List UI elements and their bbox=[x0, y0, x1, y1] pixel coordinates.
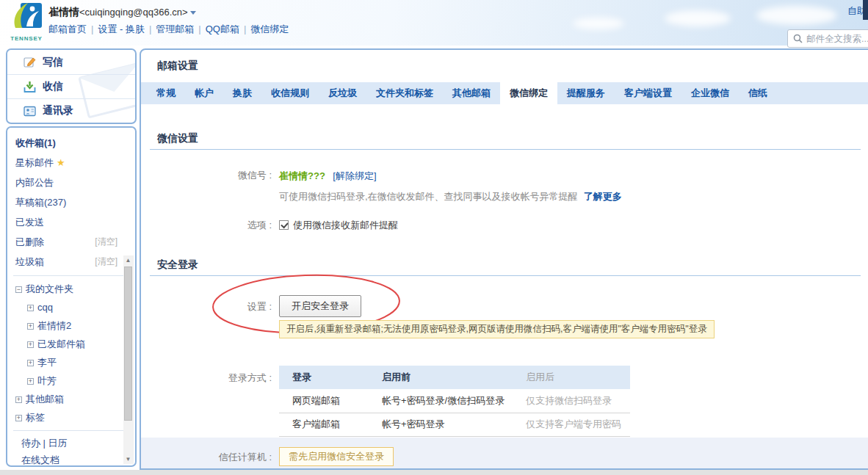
compose-mail-button[interactable]: 写信 bbox=[7, 50, 135, 74]
page-title: 邮箱设置 bbox=[157, 59, 198, 73]
app-online-docs[interactable]: 在线文档 bbox=[7, 452, 135, 467]
collapse-icon[interactable] bbox=[15, 286, 22, 293]
tree-tags[interactable]: 标签 bbox=[7, 408, 135, 427]
folder-starred[interactable]: 星标邮件★ bbox=[7, 153, 135, 173]
enable-secure-login-button[interactable]: 开启安全登录 bbox=[279, 295, 361, 317]
scroll-up-arrow[interactable]: ▲ bbox=[123, 255, 133, 265]
empty-junk-link[interactable]: [清空] bbox=[95, 252, 117, 272]
folder-inbox[interactable]: 收件箱(1) bbox=[7, 133, 135, 153]
trusted-computer-label: 信任计算机 : bbox=[141, 451, 272, 464]
divider bbox=[13, 275, 129, 276]
expand-icon[interactable] bbox=[27, 323, 34, 330]
receive-mail-button[interactable]: 收信 bbox=[7, 74, 135, 98]
tab-wechat-bind[interactable]: 微信绑定 bbox=[500, 82, 557, 104]
nav-link-qq-mail[interactable]: QQ邮箱 bbox=[206, 23, 239, 35]
tree-folder-liping[interactable]: 李平 bbox=[7, 353, 135, 371]
tab-account[interactable]: 帐户 bbox=[185, 82, 223, 104]
tree-other-mailboxes[interactable]: 其他邮箱 bbox=[7, 390, 135, 408]
login-methods-label: 登录方式 : bbox=[141, 371, 272, 385]
receive-label: 收信 bbox=[43, 80, 63, 93]
search-input[interactable] bbox=[806, 34, 868, 44]
compose-label: 写信 bbox=[43, 56, 63, 69]
tab-general[interactable]: 常规 bbox=[147, 82, 185, 104]
tab-folders-tags[interactable]: 文件夹和标签 bbox=[366, 82, 443, 104]
trusted-computer-notice: 需先启用微信安全登录 bbox=[279, 447, 394, 466]
sidebar-folders-panel: 收件箱(1) 星标邮件★ 内部公告 草稿箱(237) 已发送 已删除[清空] 垃… bbox=[6, 126, 137, 467]
user-name: 崔情情 bbox=[48, 6, 79, 18]
tab-skin[interactable]: 换肤 bbox=[223, 82, 261, 104]
cloud-decoration bbox=[665, 10, 731, 26]
user-account-menu[interactable]: 崔情情<cuiqingqing@qq366.cn> bbox=[48, 6, 196, 19]
nav-link-mail-home[interactable]: 邮箱首页 bbox=[48, 23, 87, 35]
folder-sent[interactable]: 已发送 bbox=[7, 212, 135, 232]
tab-other-mailboxes[interactable]: 其他邮箱 bbox=[443, 82, 500, 104]
tab-client-settings[interactable]: 客户端设置 bbox=[615, 82, 681, 104]
tab-mail-rules[interactable]: 收信规则 bbox=[261, 82, 319, 104]
sidebar-actions-panel: 写信 收信 通讯录 bbox=[6, 48, 137, 124]
expand-icon[interactable] bbox=[27, 378, 34, 385]
expand-icon[interactable] bbox=[15, 415, 22, 421]
tree-folder-sent-box[interactable]: 已发邮件箱 bbox=[7, 335, 135, 353]
wechat-notify-option-text: 使用微信接收新邮件提醒 bbox=[293, 220, 398, 231]
header-login: 登录 bbox=[279, 366, 369, 389]
section-divider bbox=[150, 149, 861, 150]
expand-icon[interactable] bbox=[15, 396, 22, 403]
expand-icon[interactable] bbox=[27, 341, 34, 348]
settings-tabbar: 常规 帐户 换肤 收信规则 反垃圾 文件夹和标签 其他邮箱 微信绑定 提醒服务 … bbox=[141, 82, 868, 104]
logo-icon bbox=[10, 2, 43, 32]
header-before-enable: 启用前 bbox=[369, 366, 513, 389]
table-row: 客户端邮箱 帐号+密码登录 仅支持客户端专用密码 bbox=[279, 413, 630, 436]
nav-link-settings-skin[interactable]: 设置 - 换肤 bbox=[98, 23, 145, 35]
mail-search-box[interactable] bbox=[787, 29, 868, 48]
contacts-button[interactable]: 通讯录 bbox=[7, 98, 135, 123]
header-after-enable: 启用后 bbox=[513, 366, 630, 389]
folder-internal-notice[interactable]: 内部公告 bbox=[7, 173, 135, 192]
tab-enterprise-wechat[interactable]: 企业微信 bbox=[681, 82, 739, 104]
wechat-id-label: 微信号 : bbox=[141, 169, 272, 182]
tree-folder-yefang[interactable]: 叶芳 bbox=[7, 371, 135, 390]
folder-junk[interactable]: 垃圾箱[清空] bbox=[7, 252, 135, 272]
security-section-title: 安全登录 bbox=[157, 258, 198, 272]
nav-link-manage-mailbox[interactable]: 管理邮箱 bbox=[156, 23, 194, 35]
wechat-description: 可使用微信扫码登录,在微信收发邮件、查找同事以及接收帐号异常提醒 bbox=[279, 191, 578, 202]
contacts-icon bbox=[23, 105, 36, 117]
table-header-row: 登录 启用前 启用后 bbox=[279, 366, 630, 389]
folder-tree: 我的文件夹 cqq 崔情情2 已发邮件箱 李平 叶芳 其他邮箱 标签 bbox=[7, 280, 135, 427]
scroll-thumb[interactable] bbox=[124, 266, 132, 421]
tree-folder-cuiqingqing2[interactable]: 崔情情2 bbox=[7, 316, 135, 335]
tab-reminder-service[interactable]: 提醒服务 bbox=[557, 82, 615, 104]
expand-icon[interactable] bbox=[27, 360, 34, 366]
nav-link-wechat-bind[interactable]: 微信绑定 bbox=[250, 23, 289, 35]
tree-folder-cqq[interactable]: cqq bbox=[7, 298, 135, 316]
company-logo: TENNSEY bbox=[7, 2, 46, 43]
app-links: 待办 | 日历 在线文档 记事本 企业网盘 bbox=[7, 435, 135, 467]
folder-drafts[interactable]: 草稿箱(237) bbox=[7, 192, 135, 212]
login-methods-table: 登录 启用前 启用后 网页端邮箱 帐号+密码登录/微信扫码登录 仅支持微信扫码登… bbox=[279, 366, 630, 437]
folder-list: 收件箱(1) 星标邮件★ 内部公告 草稿箱(237) 已发送 已删除[清空] 垃… bbox=[7, 128, 135, 272]
scroll-down-arrow[interactable]: ▼ bbox=[123, 454, 133, 464]
sidebar-scrollbar[interactable]: ▲ ▼ bbox=[123, 255, 134, 464]
expand-icon[interactable] bbox=[27, 305, 34, 311]
contacts-label: 通讯录 bbox=[43, 104, 73, 117]
setting-label: 设置 : bbox=[141, 300, 272, 313]
tab-antispam[interactable]: 反垃圾 bbox=[319, 82, 366, 104]
folder-deleted[interactable]: 已删除[清空] bbox=[7, 232, 135, 252]
chevron-down-icon bbox=[190, 11, 196, 15]
wechat-id-value: 崔情情??? bbox=[279, 170, 325, 181]
empty-deleted-link[interactable]: [清空] bbox=[95, 232, 117, 252]
logo-text: TENNSEY bbox=[7, 35, 46, 42]
tree-my-folders[interactable]: 我的文件夹 bbox=[7, 280, 135, 298]
top-header: TENNSEY 崔情情<cuiqingqing@qq366.cn> 邮箱首页|设… bbox=[0, 0, 868, 46]
search-icon bbox=[793, 34, 803, 43]
compose-icon bbox=[23, 56, 36, 68]
secure-login-warning: 开启后,须重新登录邮箱;无法使用原密码登录,网页版请使用微信扫码,客户端请使用"… bbox=[279, 320, 715, 338]
star-icon: ★ bbox=[57, 157, 65, 168]
section-divider bbox=[150, 275, 861, 276]
learn-more-link[interactable]: 了解更多 bbox=[584, 191, 622, 202]
tab-stationery[interactable]: 信纸 bbox=[739, 82, 777, 104]
app-todo-calendar[interactable]: 待办 | 日历 bbox=[7, 435, 135, 452]
unbind-link[interactable]: [解除绑定] bbox=[333, 170, 376, 181]
cloud-decoration bbox=[756, 6, 837, 25]
wechat-notify-checkbox[interactable] bbox=[279, 220, 289, 230]
wechat-section-title: 微信设置 bbox=[157, 132, 198, 145]
